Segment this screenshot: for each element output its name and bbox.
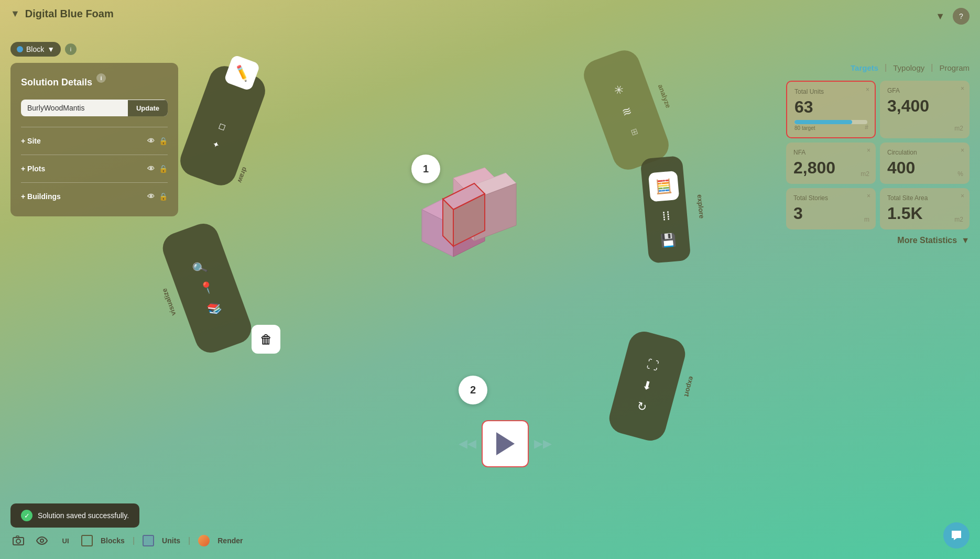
- success-toast: ✓ Solution saved successfully.: [10, 503, 139, 528]
- stat-card-total-units: × Total Units 63 # 80 target: [786, 81, 876, 138]
- visualize-label: visualize: [160, 287, 178, 316]
- eye-icon: [36, 536, 48, 545]
- site-layer-item: + Site 👁 🔒: [21, 131, 168, 150]
- circulation-label: Circulation: [887, 149, 962, 156]
- buildings-layer-item: + Buildings 👁 🔒: [21, 187, 168, 206]
- nfa-label: NFA: [793, 149, 868, 156]
- chat-button[interactable]: [943, 522, 970, 549]
- block-selector-row: Block ▼ i: [10, 42, 77, 57]
- next-arrow-icon[interactable]: ▶▶: [534, 437, 552, 451]
- plots-layer-item: + Plots 👁 🔒: [21, 159, 168, 178]
- buildings-layer-label: + Buildings: [21, 192, 61, 201]
- explore-label: explore: [696, 194, 706, 218]
- plots-lock-icon[interactable]: 🔒: [159, 165, 168, 173]
- visualize-blade[interactable]: 🔍 📍 📚 visualize: [158, 219, 255, 357]
- ui-button[interactable]: UI: [58, 533, 73, 549]
- block-color-dot: [17, 46, 23, 52]
- pencil-icon-box: ✏️: [224, 54, 260, 91]
- camera-icon: [13, 535, 24, 546]
- more-statistics-label: More Statistics: [897, 236, 957, 245]
- download-icon: ⬇: [641, 378, 654, 394]
- total-site-area-unit: m2: [954, 216, 963, 223]
- more-statistics-button[interactable]: More Statistics ▼: [786, 236, 970, 245]
- close-total-units[interactable]: ×: [866, 86, 869, 93]
- gfa-label: GFA: [887, 87, 962, 94]
- trash-icon-box[interactable]: 🗑: [252, 325, 280, 354]
- 3d-model-svg: [385, 157, 542, 272]
- solution-name-row: Update: [21, 100, 168, 116]
- total-units-label: Total Units: [794, 88, 867, 95]
- help-button[interactable]: ?: [953, 8, 970, 25]
- export-label: export: [683, 376, 696, 398]
- site-layer-label: + Site: [21, 137, 41, 145]
- target-bar-container: 80 target: [794, 120, 867, 131]
- close-circulation[interactable]: ×: [961, 147, 964, 154]
- collapse-icon[interactable]: ▼: [10, 8, 20, 19]
- separator-1: |: [133, 536, 135, 545]
- sparkle-icon: ✳: [612, 82, 626, 98]
- block-info-button[interactable]: i: [65, 43, 77, 55]
- buildings-lock-icon[interactable]: 🔒: [159, 192, 168, 201]
- svg-point-15: [40, 539, 43, 542]
- solution-info-icon[interactable]: i: [96, 73, 106, 83]
- eye-button[interactable]: [34, 533, 50, 549]
- fullscreen-icon: ⛶: [646, 357, 660, 374]
- tab-targets[interactable]: Targets: [851, 63, 878, 72]
- close-gfa[interactable]: ×: [961, 85, 964, 92]
- prev-arrow-icon[interactable]: ◀◀: [459, 437, 476, 451]
- total-units-unit: #: [865, 124, 868, 131]
- nfa-value: 2,800: [793, 158, 868, 178]
- render-label[interactable]: Render: [217, 536, 243, 545]
- blocks-label[interactable]: Blocks: [101, 536, 125, 545]
- play-button[interactable]: [482, 420, 529, 467]
- top-right-controls: ▼ ?: [935, 8, 970, 25]
- update-button[interactable]: Update: [128, 100, 168, 116]
- plots-eye-icon[interactable]: 👁: [147, 165, 155, 173]
- svg-rect-14: [16, 536, 19, 538]
- solution-panel: Solution Details i Update + Site 👁 🔒 + P…: [10, 63, 178, 216]
- block-label: Block: [26, 45, 44, 53]
- refresh-icon: ↻: [635, 399, 648, 415]
- gfa-value: 3,400: [887, 96, 962, 116]
- export-blade[interactable]: ⛶ ⬇ ↻ export: [606, 328, 689, 444]
- circulation-unit: %: [957, 170, 963, 178]
- dropdown-arrow-icon: ▼: [47, 45, 55, 53]
- solution-panel-title: Solution Details i: [21, 73, 168, 91]
- tab-typology[interactable]: Typology: [893, 63, 924, 72]
- check-icon: ✓: [21, 510, 32, 521]
- stat-card-gfa: × GFA 3,400 m2: [880, 81, 970, 138]
- gfa-unit: m2: [954, 125, 963, 132]
- center-number-1: 1: [411, 155, 440, 183]
- close-total-site-area[interactable]: ×: [961, 192, 964, 200]
- site-eye-icon[interactable]: 👁: [147, 137, 155, 145]
- block-dropdown-button[interactable]: Block ▼: [10, 42, 61, 57]
- camera-button[interactable]: [10, 533, 26, 549]
- bottom-toolbar: UI Blocks | Units | Render: [10, 533, 970, 549]
- buildings-eye-icon[interactable]: 👁: [147, 192, 155, 201]
- explore-blade[interactable]: 🧮 ⁞⁞ 💾 explore: [640, 156, 691, 264]
- location-search-icon: 🔍: [191, 259, 209, 277]
- play-triangle-icon: [496, 432, 515, 455]
- ui-label: UI: [62, 537, 69, 545]
- units-label[interactable]: Units: [162, 536, 180, 545]
- pin-icon: 📍: [198, 279, 216, 297]
- top-chevron-icon[interactable]: ▼: [935, 11, 945, 22]
- tab-program[interactable]: Program: [939, 63, 970, 72]
- solution-name-input[interactable]: [21, 100, 128, 116]
- draw-blade[interactable]: ✏️ ◻ ✦ draw: [176, 62, 270, 190]
- center-number-2: 2: [459, 376, 487, 404]
- target-label: 80 target: [794, 125, 867, 131]
- close-total-stories[interactable]: ×: [867, 192, 870, 200]
- close-nfa[interactable]: ×: [867, 147, 870, 154]
- apps-icon: ⁞⁞: [661, 208, 671, 223]
- analyze-blade[interactable]: ✳ ≋ ⊞ analyze: [580, 46, 673, 174]
- layers-icon: 📚: [205, 300, 223, 317]
- calculator-icon: 🧮: [648, 170, 679, 202]
- site-lock-icon[interactable]: 🔒: [159, 137, 168, 145]
- stat-card-total-stories: × Total Stories 3 m: [786, 188, 876, 229]
- more-statistics-chevron-icon: ▼: [961, 236, 970, 245]
- stat-card-circulation: × Circulation 400 %: [880, 143, 970, 184]
- stat-card-total-site-area: × Total Site Area 1.5K m2: [880, 188, 970, 229]
- total-site-area-label: Total Site Area: [887, 194, 962, 202]
- separator-2: |: [188, 536, 190, 545]
